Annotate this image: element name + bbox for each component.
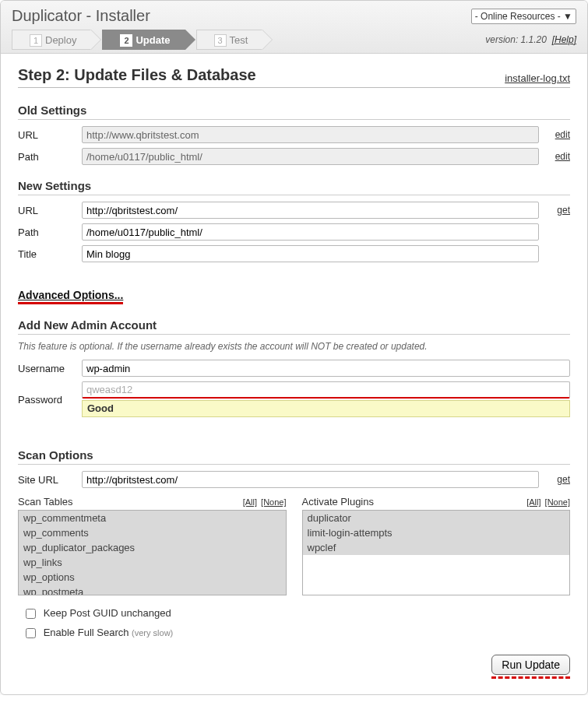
- fullsearch-checkbox[interactable]: [26, 628, 36, 638]
- very-slow-note: (very slow): [132, 628, 173, 637]
- step-label: Test: [230, 34, 248, 46]
- guid-checkbox[interactable]: [26, 609, 36, 619]
- activate-plugins-title: Activate Plugins: [302, 496, 375, 508]
- wizard-step-deploy[interactable]: 1Deploy: [12, 30, 91, 50]
- username-label: Username: [18, 363, 82, 374]
- list-item[interactable]: wp_comments: [19, 525, 286, 540]
- list-item[interactable]: wpclef: [303, 540, 570, 555]
- siteurl-input[interactable]: [82, 471, 539, 488]
- wizard-step-update[interactable]: 2Update: [102, 30, 185, 50]
- new-path-label: Path: [18, 227, 82, 238]
- tables-all-link[interactable]: [All]: [243, 497, 257, 507]
- fullsearch-checkbox-label[interactable]: Enable Full Search (very slow): [23, 626, 570, 641]
- new-settings-heading: New Settings: [18, 179, 570, 195]
- scan-tables-title: Scan Tables: [18, 496, 73, 508]
- tables-none-link[interactable]: [None]: [261, 497, 286, 507]
- run-update-button[interactable]: Run Update: [491, 655, 570, 675]
- old-path-edit-link[interactable]: edit: [555, 151, 570, 162]
- step-number: 3: [214, 34, 227, 47]
- activate-plugins-listbox[interactable]: duplicator limit-login-attempts wpclef: [302, 510, 571, 595]
- help-link[interactable]: [Help]: [552, 34, 576, 45]
- password-label: Password: [18, 394, 82, 406]
- advanced-options-link[interactable]: Advanced Options...: [18, 289, 123, 304]
- old-url-label: URL: [18, 129, 82, 141]
- step-label: Update: [136, 34, 170, 46]
- list-item[interactable]: wp_postmeta: [19, 585, 286, 595]
- list-item[interactable]: wp_duplicator_packages: [19, 540, 286, 555]
- siteurl-label: Site URL: [18, 474, 82, 486]
- step-number: 1: [30, 34, 42, 47]
- plugins-none-link[interactable]: [None]: [545, 497, 570, 507]
- version-info: version: 1.1.20 [Help]: [485, 34, 576, 45]
- app-title: Duplicator - Installer: [12, 7, 150, 25]
- new-path-input[interactable]: [82, 223, 539, 241]
- siteurl-get-link[interactable]: get: [557, 474, 570, 485]
- password-strength: Good: [82, 400, 570, 417]
- scan-heading: Scan Options: [18, 448, 570, 465]
- old-path-label: Path: [18, 151, 82, 163]
- plugins-all-link[interactable]: [All]: [526, 497, 540, 507]
- username-input[interactable]: [82, 360, 570, 377]
- admin-hint: This feature is optional. If the usernam…: [18, 341, 570, 352]
- password-input[interactable]: [82, 381, 570, 399]
- list-item[interactable]: duplicator: [303, 511, 570, 525]
- list-item[interactable]: wp_links: [19, 555, 286, 570]
- new-url-get-link[interactable]: get: [557, 205, 570, 216]
- scan-tables-listbox[interactable]: wp_commentmeta wp_comments wp_duplicator…: [18, 510, 287, 595]
- online-resources-dropdown[interactable]: - Online Resources - ▼: [471, 9, 576, 24]
- admin-heading: Add New Admin Account: [18, 318, 570, 335]
- new-url-input[interactable]: [82, 202, 539, 219]
- list-item[interactable]: wp_commentmeta: [19, 511, 286, 525]
- old-url-edit-link[interactable]: edit: [555, 129, 570, 140]
- installer-log-link[interactable]: installer-log.txt: [505, 72, 570, 84]
- wizard-step-test[interactable]: 3Test: [196, 30, 263, 50]
- step-number: 2: [120, 34, 132, 47]
- old-settings-heading: Old Settings: [18, 104, 570, 120]
- new-title-input[interactable]: [82, 245, 539, 262]
- old-url-input: [82, 126, 539, 143]
- old-path-input: [82, 148, 539, 165]
- guid-checkbox-label[interactable]: Keep Post GUID unchanged: [23, 606, 570, 621]
- new-url-label: URL: [18, 205, 82, 216]
- step-title: Step 2: Update Files & Database: [18, 66, 256, 84]
- list-item[interactable]: limit-login-attempts: [303, 525, 570, 540]
- wizard-steps: 1Deploy 2Update 3Test: [12, 30, 273, 50]
- list-item[interactable]: wp_options: [19, 570, 286, 585]
- new-title-label: Title: [18, 248, 82, 260]
- step-label: Deploy: [45, 34, 76, 46]
